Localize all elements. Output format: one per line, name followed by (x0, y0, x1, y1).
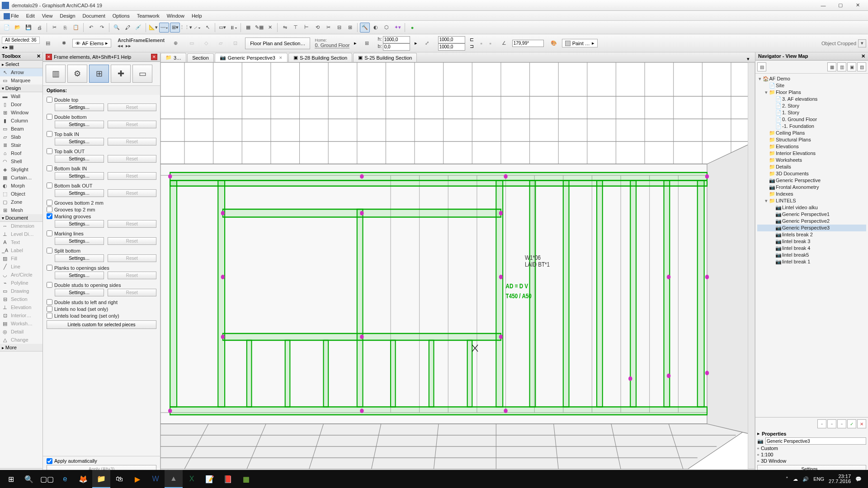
tool-roof[interactable]: ⌂Roof (0, 149, 42, 157)
menu-document[interactable]: Document (79, 12, 109, 19)
link-top-icon[interactable]: ⊏ (470, 37, 476, 43)
align-icon[interactable]: ⊤ (291, 23, 301, 33)
element-icon[interactable]: ▭▾ (217, 23, 227, 33)
tool-zone[interactable]: ▢Zone (0, 198, 42, 206)
settings-marking-lines[interactable]: Settings… (55, 237, 104, 245)
tree-node[interactable]: 📷 Lintel video alku (757, 204, 866, 211)
tree-node[interactable]: 📄 -1. Foundation (757, 123, 866, 130)
tree-node[interactable]: 📁 Elevations (757, 143, 866, 150)
angle-input[interactable] (512, 40, 544, 47)
opt-grooves-bottom[interactable]: Grooves bottom 2 mm (47, 200, 156, 206)
open-icon[interactable]: 📂 (13, 23, 23, 33)
split-icon[interactable]: ⊟ (334, 23, 344, 33)
tray-notifications-icon[interactable]: 💬 (855, 476, 862, 482)
copy-icon[interactable]: ⎘ (60, 23, 70, 33)
opt-planks-openings[interactable]: Planks to openings sides (47, 265, 156, 271)
settings-planks-openings[interactable]: Settings… (55, 272, 104, 279)
menu-edit[interactable]: Edit (23, 12, 38, 19)
tab-s25[interactable]: ▣S-25 Building Section (353, 53, 417, 62)
tree-node[interactable]: 📄 1. Story (757, 109, 866, 116)
settings-double-top[interactable]: Settings… (55, 103, 104, 111)
frame-mode-4[interactable]: ✚ (111, 65, 131, 83)
menu-teamwork[interactable]: Teamwork (133, 12, 163, 19)
opt-double-bottom[interactable]: Double bottom (47, 114, 156, 120)
tray-lang[interactable]: ENG (813, 476, 824, 482)
opt-split-bottom[interactable]: Split bottom (47, 248, 156, 253)
opt-top-balk-in[interactable]: Top balk IN (47, 131, 156, 137)
toolbox-group-more[interactable]: ▸ More (0, 344, 42, 352)
tool-arrow[interactable]: ↖Arrow (0, 68, 42, 76)
toolbox-close-icon[interactable]: ✕ (37, 53, 41, 59)
opt-top-balk-out[interactable]: Top balk OUT (47, 148, 156, 154)
tree-node[interactable]: 📷 lintel break 4 (757, 245, 866, 252)
tool-worksheet[interactable]: ▤Worksh… (0, 319, 42, 328)
angle-icon[interactable]: ∠ (498, 37, 510, 50)
anchor-icon[interactable]: ⊕▸ (169, 37, 182, 50)
settings-double-studs-open[interactable]: Settings… (55, 289, 104, 296)
close-button[interactable]: ✕ (849, 0, 866, 10)
tree-node[interactable]: 📁 Details (757, 164, 866, 170)
nav-map3-icon[interactable]: ▣ (847, 62, 856, 71)
explorer-icon[interactable]: 📁 (92, 470, 110, 488)
tree-node[interactable]: 📷 lintel break 3 (757, 238, 866, 245)
guide-icon[interactable]: ⟋▾ (192, 23, 202, 33)
tool-shell[interactable]: ◠Shell (0, 157, 42, 165)
tool-detail[interactable]: ◎Detail (0, 328, 42, 336)
size-icon[interactable]: ⤢ (421, 37, 434, 50)
opt-double-top[interactable]: Double top (47, 97, 156, 103)
tool-morph[interactable]: ◐Morph (0, 182, 42, 190)
nav-x-icon[interactable]: ✕ (857, 419, 866, 428)
frame-mode-5[interactable]: ▭ (132, 65, 152, 83)
tool-object[interactable]: ⬚Object (0, 190, 42, 198)
tree-node[interactable]: 📁 Indexes (757, 191, 866, 197)
lock-h-icon[interactable]: ▫ (487, 37, 494, 50)
h-input[interactable] (383, 36, 410, 43)
taskview-icon[interactable]: ▢▢ (38, 470, 56, 488)
delete-icon[interactable]: ✕ (265, 23, 275, 33)
mode-3-icon[interactable]: ▱ (214, 37, 227, 50)
settings-top-balk-out[interactable]: Settings… (55, 155, 104, 163)
mirror-icon[interactable]: ⇋ (280, 23, 290, 33)
excel-icon[interactable]: X (183, 470, 201, 488)
solid-icon[interactable]: ⬡ (382, 23, 392, 33)
nav-project-icon[interactable]: ▤ (757, 62, 766, 71)
vertical-scrollbar[interactable] (748, 62, 755, 469)
record-icon[interactable]: ● (407, 23, 417, 33)
grid-icon[interactable]: ⋮⋮▾ (181, 23, 191, 33)
tree-node[interactable]: 📷 Generic Perspective3 (757, 225, 866, 231)
opt-lintels-load[interactable]: Lintels load bearing (set only) (47, 313, 156, 319)
hb-dropdown-icon[interactable]: ▸ (415, 40, 417, 46)
settings-split-bottom[interactable]: Settings… (55, 254, 104, 262)
tree-node[interactable]: 📷 Frontal Axonometry (757, 184, 866, 191)
tool-window[interactable]: ⊞Window (0, 108, 42, 117)
show-icon[interactable]: ▦ (243, 23, 253, 33)
navigator-tree[interactable]: ▾ 🏠 AF Demo 📄 Site▾ 📁 Floor Plans 📄 3. A… (755, 74, 868, 417)
notepad-icon[interactable]: 📝 (201, 470, 219, 488)
nav-map2-icon[interactable]: ▥ (837, 62, 846, 71)
undo-icon[interactable]: ↶ (86, 23, 96, 33)
menu-file[interactable]: File (3, 12, 23, 19)
lintels-custom-button[interactable]: Lintels custom for selected pieces (47, 320, 156, 329)
tab-generic-perspective3[interactable]: 📷Generic Perspective3✕ (215, 53, 288, 62)
tray-clock[interactable]: 23:1727.7.2016 (829, 474, 851, 484)
word-icon[interactable]: W (146, 470, 165, 488)
width-input[interactable] (438, 36, 465, 43)
tree-node[interactable]: 📁 Worksheets (757, 157, 866, 164)
frame-mode-2[interactable]: ⚙ (67, 65, 87, 83)
settings-marking-grooves[interactable]: Settings… (55, 220, 104, 228)
tool-dimension[interactable]: ↔Dimension (0, 222, 42, 230)
tool-change[interactable]: △Change (0, 336, 42, 344)
tool-section[interactable]: ⊟Section (0, 295, 42, 303)
maximize-button[interactable]: ▢ (832, 0, 849, 10)
tab-section[interactable]: Section (187, 53, 214, 62)
toolbox-group-document[interactable]: ▾ Document (0, 214, 42, 222)
archicad-icon[interactable]: ▲ (165, 470, 183, 488)
toolbox-group-select[interactable]: ▸ Select (0, 61, 42, 68)
tree-node[interactable]: 📷 Generic Perspective2 (757, 218, 866, 225)
settings-top-balk-in[interactable]: Settings… (55, 138, 104, 145)
plan-section-button[interactable]: Floor Plan and Section… (245, 38, 310, 49)
tool-interior[interactable]: ⊡Interior… (0, 311, 42, 319)
settings-double-bottom[interactable]: Settings… (55, 121, 104, 128)
lock-w-icon[interactable]: ▫ (478, 37, 485, 50)
prop-name-input[interactable] (765, 437, 866, 445)
